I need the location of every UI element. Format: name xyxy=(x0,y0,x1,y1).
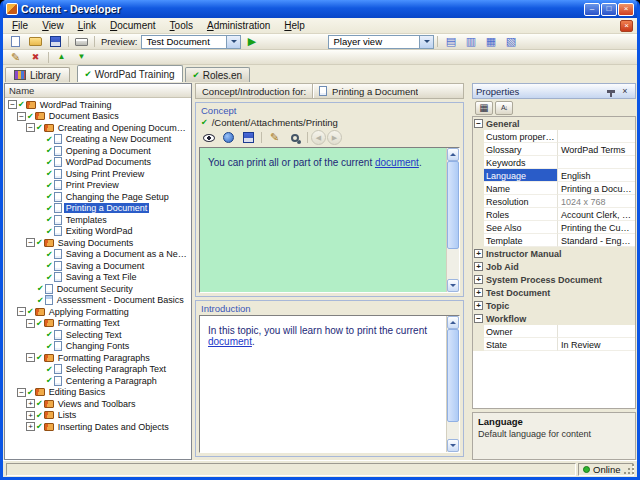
save-attachment-icon[interactable] xyxy=(239,131,258,145)
open-folder-icon[interactable] xyxy=(26,35,45,49)
property-see-also[interactable]: See AlsoPrinting the Current Wor... xyxy=(473,221,635,234)
menu-file[interactable]: File xyxy=(5,19,35,32)
concept-text[interactable]: You can print all or part of the current… xyxy=(200,148,446,292)
property-custom-properties[interactable]: Custom properties xyxy=(473,130,635,143)
move-up-icon[interactable]: ▲ xyxy=(52,50,71,64)
view-mode-combo[interactable]: Player view xyxy=(328,35,434,49)
property-category-general[interactable]: −General xyxy=(473,117,635,130)
resize-gripper[interactable] xyxy=(624,464,636,476)
tree-item-assessment-document-basics[interactable]: ✔Assessment - Document Basics xyxy=(5,295,191,307)
tree-item-using-print-preview[interactable]: ✔Using Print Preview xyxy=(5,168,191,180)
property-state[interactable]: StateIn Review xyxy=(473,338,635,351)
collapse-box-icon[interactable]: − xyxy=(26,238,35,247)
scroll-thumb[interactable] xyxy=(447,161,459,249)
collapse-box-icon[interactable]: − xyxy=(17,307,26,316)
property-category-system-process-document[interactable]: +System Process Document xyxy=(473,273,635,286)
save-icon[interactable] xyxy=(46,35,65,49)
minimize-icon[interactable]: – xyxy=(584,3,600,16)
scroll-track[interactable] xyxy=(447,329,459,439)
scroll-up-icon[interactable] xyxy=(447,316,459,329)
expand-box-icon[interactable]: + xyxy=(474,288,483,297)
property-roles[interactable]: RolesAccount Clerk, Custome... xyxy=(473,208,635,221)
document-link[interactable]: document xyxy=(375,157,419,168)
property-category-test-document[interactable]: +Test Document xyxy=(473,286,635,299)
scroll-thumb[interactable] xyxy=(447,329,459,423)
menu-help[interactable]: Help xyxy=(277,19,312,32)
menu-link[interactable]: Link xyxy=(71,19,103,32)
tree-item-print-preview[interactable]: ✔Print Preview xyxy=(5,180,191,192)
preview-eye-icon[interactable] xyxy=(199,131,218,145)
delete-document-icon[interactable]: ✖ xyxy=(26,50,45,64)
document-link[interactable]: document xyxy=(208,336,252,347)
run-preview-icon[interactable]: ▶ xyxy=(242,35,261,49)
property-keywords[interactable]: Keywords xyxy=(473,156,635,169)
tree-item-wordpad-documents[interactable]: ✔WordPad Documents xyxy=(5,157,191,169)
expand-box-icon[interactable]: + xyxy=(474,262,483,271)
pin-icon[interactable] xyxy=(604,85,618,98)
new-document-icon[interactable] xyxy=(6,35,25,49)
tree-item-lists[interactable]: +✔Lists xyxy=(5,410,191,422)
edit-pencil-icon[interactable]: ✎ xyxy=(265,131,284,145)
tab-roles-en[interactable]: ✔Roles.en xyxy=(185,67,251,82)
tree-item-document-basics[interactable]: −✔Document Basics xyxy=(5,111,191,123)
introduction-scrollbar[interactable] xyxy=(446,316,459,452)
menu-administration[interactable]: Administration xyxy=(200,19,277,32)
tree-item-changing-fonts[interactable]: ✔Changing Fonts xyxy=(5,341,191,353)
maximize-icon[interactable]: □ xyxy=(601,3,617,16)
menu-document[interactable]: Document xyxy=(103,19,163,32)
tree-item-selecting-text[interactable]: ✔Selecting Text xyxy=(5,329,191,341)
tree-item-changing-the-page-setup[interactable]: ✔Changing the Page Setup xyxy=(5,191,191,203)
tree-item-document-security[interactable]: ✔Document Security xyxy=(5,283,191,295)
collapse-box-icon[interactable]: − xyxy=(474,314,483,323)
tree-item-saving-a-document[interactable]: ✔Saving a Document xyxy=(5,260,191,272)
expand-box-icon[interactable]: + xyxy=(474,249,483,258)
collapse-box-icon[interactable]: − xyxy=(8,100,17,109)
attachment-path[interactable]: /Content/Attachments/Printing xyxy=(212,117,338,128)
tree-item-applying-formatting[interactable]: −✔Applying Formatting xyxy=(5,306,191,318)
tree-item-printing-a-document[interactable]: ✔Printing a Document xyxy=(5,203,191,215)
tree-item-creating-a-new-document[interactable]: ✔Creating a New Document xyxy=(5,134,191,146)
preview-document-combo[interactable]: Test Document xyxy=(141,35,241,49)
player-view-icon[interactable]: ▤ xyxy=(441,35,460,49)
categorized-icon[interactable]: ▦ xyxy=(475,101,493,115)
close-document-icon[interactable]: × xyxy=(620,20,633,32)
tree-item-saving-a-text-file[interactable]: ✔Saving a Text File xyxy=(5,272,191,284)
tree-item-formatting-paragraphs[interactable]: −✔Formatting Paragraphs xyxy=(5,352,191,364)
concept-scrollbar[interactable] xyxy=(446,148,459,292)
menu-tools[interactable]: Tools xyxy=(163,19,200,32)
scroll-down-icon[interactable] xyxy=(447,279,459,292)
collapse-box-icon[interactable]: − xyxy=(26,123,35,132)
property-category-workflow[interactable]: −Workflow xyxy=(473,312,635,325)
property-template[interactable]: TemplateStandard - English xyxy=(473,234,635,247)
scroll-up-icon[interactable] xyxy=(447,148,459,161)
close-icon[interactable]: × xyxy=(618,3,634,16)
scroll-track[interactable] xyxy=(447,161,459,279)
property-category-job-aid[interactable]: +Job Aid xyxy=(473,260,635,273)
close-properties-icon[interactable]: × xyxy=(618,85,632,98)
chevron-down-icon[interactable] xyxy=(419,36,433,48)
tree-item-views-and-toolbars[interactable]: +✔Views and Toolbars xyxy=(5,398,191,410)
scroll-down-icon[interactable] xyxy=(447,439,459,452)
zoom-icon[interactable] xyxy=(285,131,304,145)
expand-box-icon[interactable]: + xyxy=(26,411,35,420)
tree-item-saving-a-document-as-a-new-file[interactable]: ✔Saving a Document as a New File xyxy=(5,249,191,261)
collapse-box-icon[interactable]: − xyxy=(474,119,483,128)
collapse-box-icon[interactable]: − xyxy=(26,353,35,362)
library-tab[interactable]: Library xyxy=(5,67,70,82)
tree-item-creating-and-opening-documents[interactable]: −✔Creating and Opening Documents xyxy=(5,122,191,134)
tree-item-exiting-wordpad[interactable]: ✔Exiting WordPad xyxy=(5,226,191,238)
collapse-box-icon[interactable]: − xyxy=(17,388,26,397)
property-resolution[interactable]: Resolution1024 x 768 xyxy=(473,195,635,208)
web-view-icon[interactable]: ▧ xyxy=(501,35,520,49)
editor-view-icon[interactable]: ▥ xyxy=(461,35,480,49)
sort-alphabetical-icon[interactable]: A↓ xyxy=(495,101,513,115)
tree-item-saving-documents[interactable]: −✔Saving Documents xyxy=(5,237,191,249)
property-name[interactable]: NamePrinting a Document xyxy=(473,182,635,195)
web-globe-icon[interactable] xyxy=(219,131,238,145)
chevron-down-icon[interactable] xyxy=(226,36,240,48)
property-category-topic[interactable]: +Topic xyxy=(473,299,635,312)
panel-splitter[interactable] xyxy=(467,83,470,460)
property-category-instructor-manual[interactable]: +Instructor Manual xyxy=(473,247,635,260)
tree-item-editing-basics[interactable]: −✔Editing Basics xyxy=(5,387,191,399)
tree-item-templates[interactable]: ✔Templates xyxy=(5,214,191,226)
